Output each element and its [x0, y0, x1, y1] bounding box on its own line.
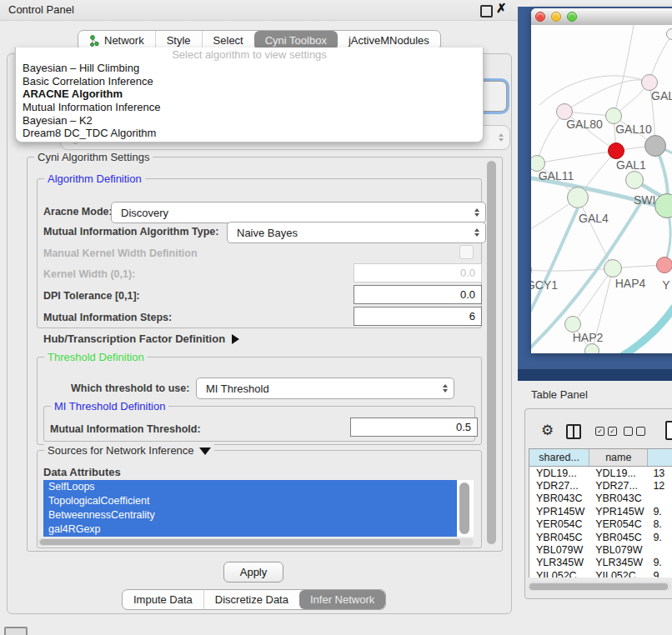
dropdown-item-mutual-information-inference[interactable]: Mutual Information Inference — [16, 101, 483, 114]
node-label-gal: GAL — [651, 89, 672, 102]
node-hap4[interactable] — [604, 259, 622, 278]
which-threshold-combo[interactable]: MI Threshold — [196, 378, 454, 399]
mi-type-combo[interactable]: Naive Bayes — [227, 222, 486, 243]
chevron-updown-icon — [443, 384, 448, 392]
tab-label: Style — [167, 34, 191, 47]
node-label-gal1: GAL1 — [616, 158, 646, 172]
cell: YDL19... — [529, 468, 589, 479]
tab-label: Select — [213, 34, 243, 47]
tab-discretize-data[interactable]: Discretize Data — [203, 590, 299, 609]
node[interactable] — [644, 135, 666, 157]
cell: YDR27... — [589, 480, 648, 492]
unchecked-boxes-icon[interactable] — [624, 427, 645, 436]
traffic-close-icon[interactable] — [535, 12, 545, 22]
tab-impute-data[interactable]: Impute Data — [123, 590, 203, 609]
node-label-y: Y — [662, 278, 669, 292]
cell: 9. — [648, 506, 672, 518]
node-label-gcy1: GCY1 — [531, 278, 558, 292]
aracne-mode-value: Discovery — [121, 207, 168, 219]
dpi-tolerance-input[interactable]: 0.0 — [354, 285, 482, 304]
table-row[interactable]: YBR043CYBR043C — [529, 492, 672, 505]
float-icon[interactable] — [480, 5, 493, 18]
table-row[interactable]: YPR145WYPR145W9. — [529, 505, 672, 518]
hub-definition-toggle[interactable]: Hub/Transcription Factor Definition — [43, 332, 239, 345]
cell: YLR345W — [589, 557, 648, 568]
which-threshold-label: Which threshold to use: — [71, 382, 189, 394]
node-gal10[interactable] — [605, 108, 622, 124]
node-label-hap2: HAP2 — [573, 331, 604, 344]
dropdown-item-dream8-dc-tdc-algorithm[interactable]: Dream8 DC_TDC Algorithm — [16, 127, 483, 140]
attributes-vscrollbar[interactable] — [459, 482, 469, 534]
cell: YBL079W — [529, 544, 589, 556]
cell: YBR043C — [529, 492, 589, 504]
node-hap2[interactable] — [564, 316, 581, 332]
tab-label: Network — [104, 34, 144, 47]
sources-title: Sources for Network Inference — [44, 444, 214, 457]
cell: 13 — [648, 468, 672, 479]
attribute-item-topologicalcoefficient[interactable]: TopologicalCoefficient — [43, 494, 457, 508]
dropdown-item-aracne-algorithm[interactable]: ARACNE Algorithm — [16, 88, 483, 101]
table-row[interactable]: YER054CYER054C8. — [529, 518, 672, 531]
mi-steps-input[interactable]: 6 — [354, 307, 482, 326]
kernel-width-input[interactable]: 0.0 — [354, 263, 482, 282]
kernel-width-label: Kernel Width (0,1): — [43, 268, 135, 280]
attribute-item-betweennesscentrality[interactable]: BetweennessCentrality — [43, 508, 457, 522]
network-window[interactable]: GALGAL80GAL10GAL1GAL11SWI4GAL4HAP4YGCY1H… — [531, 8, 672, 353]
table-row[interactable]: YLR345WYLR345W9. — [529, 557, 672, 569]
node[interactable] — [666, 28, 672, 40]
triangle-down-icon[interactable] — [199, 448, 211, 455]
network-icon — [89, 35, 100, 47]
table-row[interactable]: YDR27...YDR27...12 — [529, 479, 672, 492]
attributes-hscrollbar[interactable] — [38, 538, 474, 546]
table-hscrollbar[interactable] — [528, 582, 671, 591]
control-panel-titlebar: Control Panel ✗ — [0, 0, 518, 21]
apply-button[interactable]: Apply — [223, 562, 283, 582]
threshold-definition-title: Threshold Definition — [44, 351, 148, 363]
column-header-shared[interactable]: shared... — [529, 449, 589, 466]
table-row[interactable]: YBL079WYBL079W — [529, 543, 672, 556]
columns-icon[interactable] — [566, 424, 581, 439]
node-gal4[interactable] — [567, 187, 589, 208]
node-gal[interactable] — [641, 74, 658, 91]
mi-type-label: Mutual Information Algorithm Type: — [43, 226, 218, 238]
dropdown-item-bayesian-k2[interactable]: Bayesian – K2 — [16, 114, 483, 128]
node-table[interactable]: shared...name YDL19...YDL19...13YDR27...… — [529, 448, 672, 578]
attribute-item-selfloops[interactable]: SelfLoops — [43, 480, 457, 494]
cell: 12 — [648, 480, 672, 492]
algorithm-dropdown: Select algorithm to view settings Bayesi… — [15, 48, 484, 142]
tab-infer-network[interactable]: Infer Network — [299, 590, 385, 609]
aracne-mode-combo[interactable]: Discovery — [111, 202, 486, 223]
cell: YBR043C — [589, 492, 648, 504]
column-header-name[interactable]: name — [589, 449, 648, 466]
minimized-panel-button[interactable] — [4, 627, 28, 635]
gear-icon[interactable]: ⚙ — [541, 422, 554, 439]
dropdown-item-bayesian-hill-climbing[interactable]: Bayesian – Hill Climbing — [16, 62, 483, 75]
cell: YIL052C — [589, 570, 648, 578]
table-row[interactable]: YDL19...YDL19...13 — [529, 467, 672, 479]
network-window-titlebar[interactable] — [531, 8, 672, 26]
traffic-zoom-icon[interactable] — [567, 12, 577, 22]
cell: YIL052C — [529, 570, 589, 578]
node-swi4[interactable] — [625, 171, 644, 189]
node-y[interactable] — [656, 257, 672, 273]
algorithm-definition-title: Algorithm Definition — [44, 172, 145, 185]
attribute-item-gal4rgexp[interactable]: gal4RGexp — [43, 522, 457, 537]
close-icon[interactable]: ✗ — [496, 1, 507, 16]
settings-scrollbar[interactable] — [487, 161, 496, 544]
table-row[interactable]: YIL052CYIL052C9 — [529, 569, 672, 578]
dropdown-items: Bayesian – Hill ClimbingBasic Correlatio… — [16, 62, 483, 140]
column-header-2[interactable] — [648, 449, 672, 466]
node-gal1[interactable] — [608, 142, 624, 159]
dropdown-item-basic-correlation-inference[interactable]: Basic Correlation Inference — [16, 75, 483, 88]
network-canvas[interactable]: GALGAL80GAL10GAL1GAL11SWI4GAL4HAP4YGCY1H… — [531, 25, 672, 353]
aracne-mode-label: Aracne Mode: — [43, 206, 113, 218]
data-attributes-label: Data Attributes — [43, 466, 121, 478]
traffic-minimize-icon[interactable] — [551, 12, 561, 22]
which-threshold-value: MI Threshold — [206, 382, 269, 395]
table-row[interactable]: YBR045CYBR045C9. — [529, 531, 672, 543]
node[interactable] — [584, 343, 599, 353]
mi-threshold-input[interactable]: 0.5 — [350, 418, 478, 437]
checked-boxes-icon[interactable]: ✓✓ — [595, 427, 617, 436]
page-icon[interactable] — [665, 421, 672, 440]
manual-kernel-checkbox[interactable] — [459, 245, 474, 259]
